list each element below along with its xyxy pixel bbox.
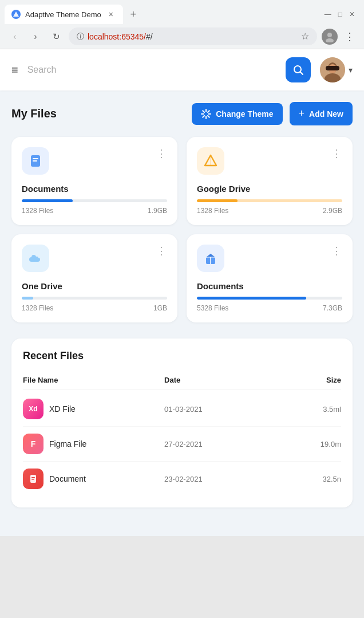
search-placeholder[interactable]: Search — [27, 65, 57, 75]
browser-tab[interactable]: Adaptive Theme Demo × — [5, 5, 123, 24]
table-row[interactable]: Document 23-02-2021 32.5n — [23, 462, 341, 496]
minimize-button[interactable]: — — [325, 10, 331, 18]
col-header-date: Date — [164, 376, 270, 384]
svg-rect-11 — [33, 158, 38, 159]
google-drive-icon-wrapper — [197, 147, 224, 175]
documents-icon-wrapper — [22, 147, 49, 175]
files-count: 1328 Files — [22, 207, 53, 215]
search-wrapper: Search — [27, 65, 276, 75]
card-menu-icon[interactable]: ⋮ — [156, 245, 167, 257]
url-hash: #/ — [146, 32, 153, 41]
window-controls: — □ ✕ — [325, 10, 359, 18]
card-name: Google Drive — [197, 184, 342, 194]
doc-icon-svg — [27, 473, 39, 485]
url-prefix: localhost:65345/ — [88, 32, 146, 41]
card-name: Documents — [197, 281, 342, 291]
change-theme-button[interactable]: Change Theme — [192, 103, 282, 125]
files-count: 1328 Files — [197, 207, 228, 215]
browser-chrome: Adaptive Theme Demo × + — □ ✕ ‹ › ↻ ⓘ lo… — [0, 0, 364, 49]
avatar-area[interactable]: ▾ — [320, 57, 353, 82]
svg-rect-12 — [33, 160, 37, 162]
tab-bar: Adaptive Theme Demo × + — □ ✕ — [0, 0, 364, 24]
one-drive-card[interactable]: ⋮ One Drive 1328 Files 1GB — [11, 234, 177, 322]
svg-rect-21 — [31, 479, 34, 480]
progress-fill — [197, 297, 306, 300]
section-title: My Files — [11, 107, 185, 120]
search-button[interactable] — [286, 57, 311, 82]
progress-fill — [197, 199, 238, 202]
progress-bar-bg — [22, 297, 167, 300]
figma-file-icon: F — [23, 434, 43, 454]
tab-favicon — [11, 10, 21, 19]
recent-files-title: Recent Files — [23, 350, 341, 362]
new-tab-button[interactable]: + — [125, 6, 141, 22]
file-size: 1GB — [153, 304, 167, 312]
progress-bar-bg — [22, 199, 167, 202]
file-size: 1.9GB — [148, 207, 167, 215]
table-row[interactable]: F Figma File 27-02-2021 19.0m — [23, 427, 341, 462]
file-date: 01-03-2021 — [164, 405, 270, 414]
table-row[interactable]: Xd XD File 01-03-2021 3.5ml — [23, 392, 341, 427]
tab-title: Adaptive Theme Demo — [25, 10, 101, 19]
svg-marker-16 — [206, 254, 215, 257]
file-size: 3.5ml — [270, 405, 341, 414]
url-bar[interactable]: ⓘ localhost:65345/#/ ☆ — [69, 27, 317, 45]
change-theme-label: Change Theme — [216, 109, 273, 119]
close-window-button[interactable]: ✕ — [349, 10, 355, 18]
file-name: XD File — [49, 404, 76, 414]
card-menu-icon[interactable]: ⋮ — [156, 147, 167, 160]
back-button[interactable]: ‹ — [7, 29, 23, 45]
profile-icon[interactable] — [322, 29, 338, 45]
cloud-icon — [27, 250, 43, 266]
profile-area[interactable] — [322, 29, 338, 45]
progress-fill — [22, 297, 33, 300]
card-menu-icon[interactable]: ⋮ — [331, 245, 342, 257]
add-new-label: Add New — [309, 109, 343, 119]
avatar-chevron-icon: ▾ — [349, 65, 353, 74]
google-drive-icon — [203, 153, 219, 169]
browser-menu-button[interactable]: ⋮ — [342, 28, 357, 45]
main-content: My Files Change Theme + Add New — [0, 90, 364, 519]
google-drive-card[interactable]: ⋮ Google Drive 1328 Files 2.9GB — [187, 137, 353, 225]
top-nav: ≡ Search ▾ — [0, 49, 364, 90]
reload-button[interactable]: ↻ — [48, 29, 64, 45]
file-size: 2.9GB — [323, 207, 342, 215]
url-text: localhost:65345/#/ — [88, 32, 298, 41]
files-count: 1328 Files — [22, 304, 53, 312]
documents-card[interactable]: ⋮ Documents 1328 Files 1.9GB — [11, 137, 177, 225]
tab-close-button[interactable]: × — [106, 9, 116, 19]
forward-button[interactable]: › — [27, 29, 43, 45]
progress-fill — [22, 199, 73, 202]
recent-files-section: Recent Files File Name Date Size Xd XD F… — [11, 338, 353, 507]
xd-file-icon: Xd — [23, 399, 43, 419]
files-count: 5328 Files — [197, 304, 228, 312]
documents-card-2[interactable]: ⋮ Documents 5328 Files 7.3GB — [187, 234, 353, 322]
section-header: My Files Change Theme + Add New — [11, 102, 353, 125]
one-drive-icon-wrapper — [22, 245, 49, 272]
file-size: 19.0m — [270, 440, 341, 448]
add-new-button[interactable]: + Add New — [290, 102, 353, 125]
hamburger-button[interactable]: ≡ — [11, 64, 18, 77]
address-bar: ‹ › ↻ ⓘ localhost:65345/#/ ☆ ⋮ — [0, 24, 364, 49]
box-icon-wrapper — [197, 245, 224, 272]
card-menu-icon[interactable]: ⋮ — [331, 147, 342, 160]
file-cards-grid: ⋮ Documents 1328 Files 1.9GB — [11, 137, 353, 322]
sparkle-icon — [201, 109, 211, 119]
svg-rect-9 — [326, 66, 339, 70]
file-name: Figma File — [49, 439, 86, 448]
svg-point-2 — [326, 38, 334, 42]
card-name: One Drive — [22, 281, 167, 291]
search-icon — [292, 64, 304, 76]
file-size: 32.5n — [270, 475, 341, 483]
col-header-size: Size — [270, 376, 341, 384]
svg-marker-0 — [13, 11, 19, 17]
box-icon — [203, 251, 218, 266]
maximize-button[interactable]: □ — [338, 10, 342, 18]
avatar-image — [320, 57, 345, 82]
progress-bar-bg — [197, 199, 342, 202]
document-icon — [28, 153, 43, 168]
card-name: Documents — [22, 184, 167, 194]
bookmark-icon[interactable]: ☆ — [301, 31, 309, 42]
svg-point-1 — [327, 33, 332, 37]
file-date: 27-02-2021 — [164, 440, 270, 448]
